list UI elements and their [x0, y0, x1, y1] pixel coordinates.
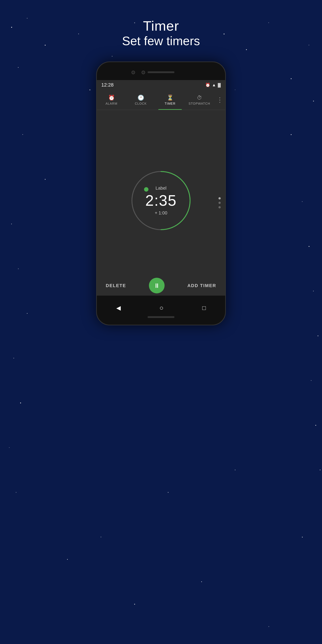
timer-circle-container[interactable]: Label 2:35 + 1:00 [128, 167, 194, 234]
status-time: 12:28 [101, 82, 114, 88]
header-title: Timer [122, 18, 200, 34]
header-subtitle: Set few timers [122, 34, 200, 48]
page-header: Timer Set few timers [122, 18, 200, 48]
delete-button[interactable]: DELETE [106, 283, 126, 288]
tab-clock[interactable]: 🕐 CLOCK [126, 90, 156, 110]
pause-button[interactable]: ⏸ [149, 278, 164, 294]
timer-time: 2:35 [145, 192, 177, 209]
stopwatch-tab-label: STOPWATCH [188, 102, 210, 105]
timer-tab-label: TIMER [164, 102, 176, 105]
battery-icon: ▓ [218, 83, 221, 88]
alarm-status-icon: ⏰ [205, 82, 210, 88]
clock-tab-label: CLOCK [135, 102, 147, 105]
navigation-tabs: ⏰ ALARM 🕐 CLOCK ⏳ TIMER ⏱ STOPWATCH ⋮ [97, 90, 225, 110]
timer-display: Label 2:35 + 1:00 [145, 186, 177, 216]
power-button [225, 107, 226, 125]
timer-tab-icon: ⏳ [167, 94, 174, 101]
add-timer-button[interactable]: ADD TIMER [188, 283, 216, 288]
timer-add-time[interactable]: + 1:00 [145, 210, 177, 216]
tab-alarm[interactable]: ⏰ ALARM [97, 90, 126, 110]
front-sensor [142, 71, 145, 74]
timer-label: Label [145, 186, 177, 191]
more-options-button[interactable]: ⋮ [214, 90, 225, 110]
top-bezel [97, 62, 225, 80]
signal-icon: ▲ [212, 83, 216, 88]
timer-main-content: Label 2:35 + 1:00 [97, 110, 225, 296]
clock-tab-icon: 🕐 [138, 94, 144, 101]
phone-screen: 12:28 ⏰ ▲ ▓ ⏰ ALARM 🕐 CLOCK ⏳ TIMER ⏱ [97, 62, 225, 325]
alarm-tab-label: ALARM [106, 102, 118, 105]
status-bar: 12:28 ⏰ ▲ ▓ [97, 80, 225, 90]
home-button[interactable]: ○ [160, 304, 164, 312]
android-nav-bar: ◀ ○ □ [97, 296, 225, 325]
page-dot-3 [218, 206, 221, 208]
earpiece [148, 71, 174, 73]
bottom-speaker [148, 316, 174, 318]
stopwatch-tab-icon: ⏱ [197, 94, 202, 101]
status-icons: ⏰ ▲ ▓ [205, 82, 221, 88]
more-dots-icon: ⋮ [217, 96, 222, 104]
phone-frame: 12:28 ⏰ ▲ ▓ ⏰ ALARM 🕐 CLOCK ⏳ TIMER ⏱ [96, 62, 226, 325]
back-button[interactable]: ◀ [116, 304, 121, 312]
tab-stopwatch[interactable]: ⏱ STOPWATCH [185, 90, 214, 110]
tab-timer[interactable]: ⏳ TIMER [156, 90, 185, 110]
page-dot-2 [218, 202, 221, 204]
bottom-controls: DELETE ⏸ ADD TIMER [97, 276, 225, 296]
front-camera [132, 71, 135, 74]
recent-button[interactable]: □ [202, 304, 206, 312]
pause-icon: ⏸ [154, 282, 160, 289]
page-dot-1 [218, 197, 221, 200]
pagination-dots [218, 197, 221, 208]
alarm-tab-icon: ⏰ [108, 94, 115, 101]
